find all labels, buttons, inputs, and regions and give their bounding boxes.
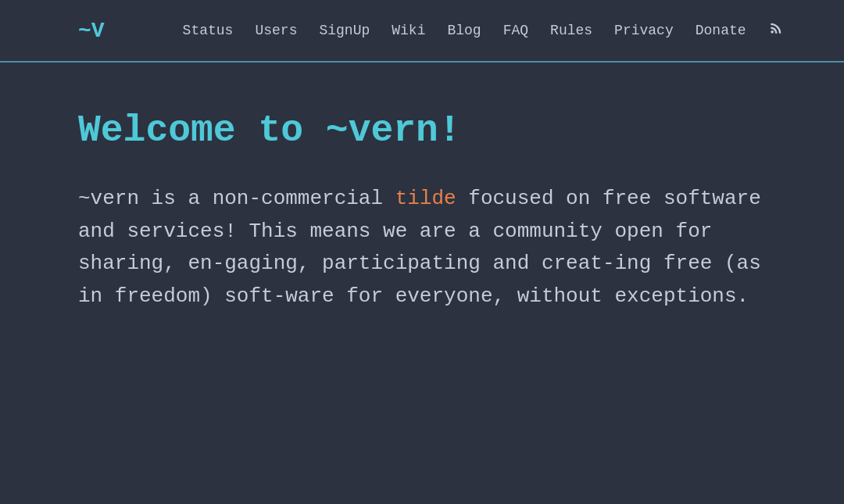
nav-privacy[interactable]: Privacy — [614, 23, 674, 38]
site-header: ~V Status Users SignUp Wiki Blog FAQ Rul… — [0, 0, 844, 63]
nav-rules[interactable]: Rules — [550, 23, 592, 38]
intro-text-before: ~vern is a non-commercial — [78, 187, 395, 210]
nav-faq[interactable]: FAQ — [503, 23, 528, 38]
site-logo[interactable]: ~V — [78, 19, 105, 43]
main-nav: Status Users SignUp Wiki Blog FAQ Rules … — [183, 20, 784, 41]
nav-blog[interactable]: Blog — [447, 23, 481, 38]
nav-users[interactable]: Users — [255, 23, 297, 38]
nav-donate[interactable]: Donate — [696, 23, 746, 38]
nav-status[interactable]: Status — [183, 23, 234, 38]
rss-icon[interactable] — [768, 20, 784, 41]
page-heading: Welcome to ~vern! — [78, 109, 766, 152]
nav-signup[interactable]: SignUp — [319, 23, 370, 38]
intro-paragraph: ~vern is a non-commercial tilde focused … — [78, 183, 766, 313]
tilde-link[interactable]: tilde — [395, 187, 456, 210]
nav-wiki[interactable]: Wiki — [392, 23, 425, 38]
main-content: Welcome to ~vern! ~vern is a non-commerc… — [0, 63, 844, 344]
